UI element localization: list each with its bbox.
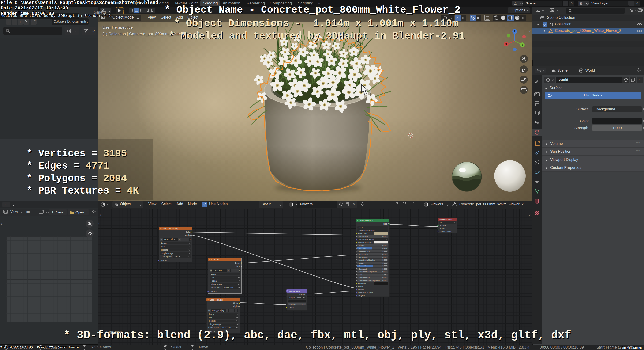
svg-text:Gras_Col_A...: Gras_Col_A...: [164, 238, 177, 240]
svg-text:Metallic: Metallic: [358, 244, 365, 246]
svg-text:0.477: 0.477: [382, 247, 388, 249]
svg-text:0.000: 0.000: [382, 250, 388, 252]
svg-text:0.000: 0.000: [382, 256, 388, 258]
svg-text:GGX: GGX: [358, 227, 363, 229]
svg-text:0.030: 0.030: [382, 271, 388, 273]
svg-text:Sheen: Sheen: [358, 262, 364, 264]
svg-text:Normal: Normal: [358, 288, 364, 291]
svg-text:1.000: 1.000: [300, 303, 305, 305]
svg-text:Material Output: Material Output: [440, 218, 452, 220]
svg-text:Tangent Space: Tangent Space: [288, 297, 301, 299]
svg-text:Color Space: Color Space: [208, 326, 219, 329]
svg-text:×: ×: [239, 269, 240, 271]
svg-text:Subsurface Color: Subsurface Color: [358, 241, 372, 243]
svg-text:Non-Color: Non-Color: [224, 286, 233, 289]
svg-text:▨: ▨: [160, 238, 162, 240]
svg-text:Roughness: Roughness: [358, 253, 368, 255]
svg-text:0.000: 0.000: [382, 262, 388, 264]
svg-text:Specular: Specular: [358, 247, 366, 249]
svg-text:Emission: Emission: [358, 282, 366, 284]
svg-text:T: T: [4, 203, 6, 206]
svg-text:×: ×: [238, 309, 238, 311]
svg-text:Base Color: Base Color: [358, 232, 368, 235]
svg-text:Subsurface: Subsurface: [358, 235, 368, 238]
svg-text:0.000: 0.000: [382, 244, 388, 246]
svg-text:Alpha: Alpha: [185, 234, 191, 236]
svg-text:Flat: Flat: [161, 245, 165, 248]
svg-text:Clearcoat: Clearcoat: [358, 268, 367, 270]
svg-text:Anisotropic: Anisotropic: [358, 256, 368, 258]
svg-text:2: 2: [226, 309, 228, 311]
svg-text:0.000: 0.000: [382, 277, 388, 279]
svg-text:Single Image: Single Image: [209, 323, 221, 325]
svg-text:Y: Y: [522, 43, 523, 46]
svg-text:Subsurface Radius: Subsurface Radius: [358, 238, 374, 240]
svg-text:Repeat: Repeat: [211, 280, 217, 282]
svg-text:IOR: IOR: [358, 274, 362, 276]
svg-text:2: 2: [228, 269, 229, 271]
svg-text:Flat: Flat: [211, 276, 214, 279]
svg-text:Single Image: Single Image: [161, 252, 173, 254]
svg-text:Gras_Ro: Gras_Ro: [214, 269, 222, 271]
svg-text:Gras_Ro: Gras_Ro: [211, 258, 220, 261]
svg-text:Repeat: Repeat: [209, 320, 216, 322]
svg-text:Color Space: Color Space: [160, 255, 172, 258]
svg-text:Alpha: Alpha: [234, 265, 240, 267]
svg-text:Normal Map: Normal Map: [289, 290, 300, 292]
svg-text:Surface: Surface: [440, 224, 446, 227]
svg-text:X: X: [505, 43, 507, 46]
svg-text:Anisotropic Rotation: Anisotropic Rotation: [358, 259, 376, 261]
svg-text:Gras_Nor.jpg: Gras_Nor.jpg: [210, 298, 223, 301]
svg-text:Color Space: Color Space: [210, 286, 221, 289]
svg-text:Alpha: Alpha: [358, 285, 363, 288]
svg-text:BSDF: BSDF: [384, 223, 389, 225]
svg-text:Tangent: Tangent: [358, 294, 365, 296]
svg-text:0.500: 0.500: [382, 265, 388, 267]
svg-text:2: 2: [178, 238, 180, 240]
svg-text:Vector: Vector: [211, 290, 217, 292]
svg-text:Gras_Col_Aging: Gras_Col_Aging: [162, 227, 178, 230]
svg-text:0.000: 0.000: [382, 259, 388, 261]
svg-text:Christensen-Burley: Christensen-Burley: [358, 230, 374, 232]
svg-text:▨: ▨: [208, 309, 210, 311]
svg-text:Linear: Linear: [161, 242, 167, 244]
svg-text:0.000: 0.000: [382, 268, 388, 270]
svg-text:Color: Color: [235, 261, 240, 264]
svg-text:×: ×: [190, 238, 191, 240]
svg-text:Gras_Nor.jpg: Gras_Nor.jpg: [212, 309, 224, 311]
svg-text:sRGB: sRGB: [174, 255, 180, 258]
svg-text:▨: ▨: [210, 269, 212, 271]
svg-text:Linear: Linear: [211, 273, 216, 275]
svg-text:Single Image: Single Image: [211, 283, 222, 285]
svg-text:Normal: Normal: [298, 293, 305, 295]
svg-text:0.000: 0.000: [382, 235, 388, 238]
svg-text:Non-Color: Non-Color: [222, 326, 232, 329]
svg-text:Z: Z: [514, 30, 516, 33]
svg-text:Transmission: Transmission: [358, 277, 370, 279]
svg-text:Transmission Roughness: Transmission Roughness: [358, 280, 380, 282]
svg-text:Color: Color: [289, 306, 294, 309]
svg-text:Linear: Linear: [209, 313, 215, 315]
svg-text:Alpha: Alpha: [233, 305, 239, 307]
svg-text:1.450: 1.450: [382, 274, 388, 276]
svg-text:Volume: Volume: [440, 227, 446, 229]
svg-text:Sheen Tint: Sheen Tint: [358, 265, 368, 267]
svg-text:Specular Tint: Specular Tint: [358, 250, 370, 252]
svg-text:Repeat: Repeat: [161, 249, 168, 251]
svg-text:Displacement: Displacement: [440, 230, 451, 232]
svg-text:0.000: 0.000: [382, 280, 388, 282]
svg-text:Clearcoat Roughness: Clearcoat Roughness: [358, 271, 376, 273]
svg-text:Color: Color: [185, 231, 191, 233]
svg-text:Vector: Vector: [161, 259, 167, 261]
svg-text:Clearcoat Normal: Clearcoat Normal: [358, 291, 372, 293]
svg-text:Flat: Flat: [209, 316, 212, 319]
svg-text:Principled BSDF: Principled BSDF: [359, 219, 374, 222]
svg-text:All: All: [440, 221, 442, 224]
svg-text:Color: Color: [233, 302, 238, 304]
svg-text:0.500: 0.500: [382, 253, 388, 255]
svg-text:Strength: Strength: [289, 303, 296, 305]
